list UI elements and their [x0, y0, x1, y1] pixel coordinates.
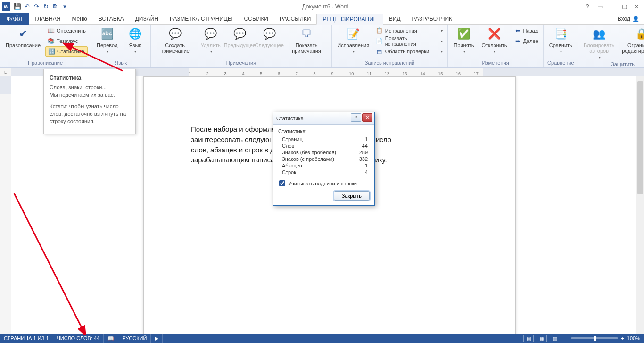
- group-caption: Запись исправлений: [335, 60, 445, 67]
- status-bar: СТРАНИЦА 1 ИЗ 1 ЧИСЛО СЛОВ: 44 📖 РУССКИЙ…: [0, 334, 644, 343]
- translate-button[interactable]: 🔤Перевод▾: [94, 25, 120, 56]
- book-icon: 📖: [47, 27, 55, 34]
- list-icon: 📋: [376, 27, 383, 34]
- tab-file[interactable]: ФАЙЛ: [0, 13, 29, 25]
- zoom-slider[interactable]: [571, 337, 618, 339]
- scrollbar-thumb[interactable]: [637, 81, 643, 194]
- comment-add-icon: 💬: [167, 26, 182, 42]
- group-caption: Язык: [94, 60, 148, 67]
- new-doc-icon[interactable]: 🗎: [51, 2, 59, 11]
- redo-icon[interactable]: ↷: [32, 2, 41, 11]
- group-comments: 💬Создать примечание 💬Удалить▾ 💬Предыдуще…: [151, 25, 331, 67]
- status-proofing[interactable]: 📖: [104, 334, 118, 343]
- minimize-button[interactable]: —: [606, 2, 618, 11]
- reject-button[interactable]: ❌Отклонить▾: [479, 25, 510, 56]
- group-changes: ✅Принять▾ ❌Отклонить▾ ⬅Назад ➡Далее Изме…: [448, 25, 543, 67]
- tab-view[interactable]: ВИД: [383, 13, 406, 24]
- undo-icon[interactable]: ↶: [23, 2, 31, 11]
- spelling-button[interactable]: ✔ Правописание: [3, 25, 43, 49]
- arrow-left-icon: ⬅: [514, 27, 521, 34]
- prev-change-button[interactable]: ⬅Назад: [512, 25, 540, 36]
- stat-row: Абзацев1: [278, 162, 370, 169]
- maximize-button[interactable]: ▢: [619, 2, 630, 11]
- zoom-in-button[interactable]: +: [621, 335, 624, 341]
- view-print-button[interactable]: ▦: [537, 335, 547, 342]
- display-mode-dropdown[interactable]: 📋Исправления▾: [374, 25, 445, 36]
- group-caption: Правописание: [3, 60, 88, 67]
- translate-icon: 🔤: [99, 26, 115, 42]
- status-page[interactable]: СТРАНИЦА 1 ИЗ 1: [0, 334, 53, 343]
- vertical-ruler[interactable]: [0, 76, 11, 334]
- title-bar: W 💾 ↶ ↷ ↻ 🗎 ▾ Документ6 - Word ? ▭ — ▢ ✕: [0, 0, 644, 13]
- checkbox-input[interactable]: [279, 180, 285, 186]
- ruler-corner: L: [0, 68, 11, 76]
- restrict-editing-button[interactable]: 🔒Ограничить редактирование: [619, 25, 644, 55]
- word-count-dialog: Статистика ? ✕ Статистика: Страниц1Слов4…: [273, 112, 375, 206]
- tab-references[interactable]: ССЫЛКИ: [239, 13, 274, 24]
- next-change-button[interactable]: ➡Далее: [512, 36, 540, 46]
- word-count-button[interactable]: 🔢Статистика: [45, 46, 88, 57]
- group-caption: Изменения: [451, 60, 540, 67]
- delete-comment-button[interactable]: 💬Удалить▾: [198, 25, 223, 56]
- check-icon: ✔: [16, 26, 31, 42]
- show-comments-button[interactable]: 🗨Показать примечания: [285, 25, 329, 55]
- close-button[interactable]: ✕: [631, 2, 642, 11]
- status-macro[interactable]: ▶: [151, 334, 163, 343]
- zoom-knob[interactable]: [594, 336, 596, 341]
- dialog-close-button[interactable]: ✕: [362, 113, 372, 122]
- zoom-level[interactable]: 100%: [627, 335, 640, 341]
- zoom-out-button[interactable]: —: [563, 335, 568, 341]
- group-protect: 👥Блокировать авторов▾ 🔒Ограничить редакт…: [578, 25, 644, 67]
- qat-dropdown-icon[interactable]: ▾: [60, 2, 69, 11]
- pane-icon: ▤: [376, 48, 383, 55]
- block-authors-button[interactable]: 👥Блокировать авторов▾: [581, 25, 617, 61]
- dialog-close-btn[interactable]: Закрыть: [334, 191, 370, 201]
- stat-row: Страниц1: [278, 136, 370, 142]
- reviewing-pane-dropdown[interactable]: ▤Область проверки▾: [374, 46, 445, 57]
- prev-comment-button[interactable]: 💬Предыдущее: [225, 25, 254, 49]
- status-word-count[interactable]: ЧИСЛО СЛОВ: 44: [53, 334, 104, 343]
- compare-icon: 📑: [553, 26, 568, 42]
- include-textboxes-checkbox[interactable]: Учитывать надписи и сноски: [279, 180, 370, 186]
- sign-in[interactable]: Вход 👤: [613, 13, 644, 24]
- dialog-help-button[interactable]: ?: [351, 113, 361, 122]
- stats-icon: 🔢: [48, 48, 55, 55]
- tab-developer[interactable]: РАЗРАБОТЧИК: [406, 13, 458, 24]
- tab-home[interactable]: ГЛАВНАЯ: [29, 13, 66, 24]
- define-button[interactable]: 📖Определить: [45, 25, 88, 36]
- thesaurus-icon: 📚: [47, 37, 55, 45]
- globe-icon: 🌐: [127, 26, 142, 42]
- language-button[interactable]: 🌐Язык▾: [122, 25, 148, 56]
- compare-button[interactable]: 📑Сравнить▾: [546, 25, 575, 56]
- dialog-titlebar[interactable]: Статистика ? ✕: [273, 112, 374, 125]
- thesaurus-button[interactable]: 📚Тезаурус: [45, 36, 88, 46]
- arrow-right-icon: ➡: [514, 37, 521, 45]
- group-compare: 📑Сравнить▾ Сравнение: [544, 25, 578, 67]
- accept-button[interactable]: ✅Принять▾: [451, 25, 477, 56]
- users-icon: 👥: [592, 26, 607, 42]
- save-icon[interactable]: 💾: [13, 2, 22, 11]
- view-web-button[interactable]: ▩: [550, 335, 560, 342]
- tab-insert[interactable]: ВСТАВКА: [93, 13, 130, 24]
- help-button[interactable]: ?: [582, 2, 593, 11]
- tab-menu[interactable]: Меню: [66, 13, 92, 24]
- track-changes-button[interactable]: 📝Исправления▾: [335, 25, 372, 56]
- tab-mailings[interactable]: РАССЫЛКИ: [274, 13, 316, 24]
- tab-design[interactable]: ДИЗАЙН: [130, 13, 164, 24]
- stat-row: Знаков (без пробелов)289: [278, 149, 370, 156]
- view-read-button[interactable]: ▤: [523, 335, 534, 342]
- new-comment-button[interactable]: 💬Создать примечание: [154, 25, 196, 55]
- show-markup-dropdown[interactable]: 📄Показать исправления▾: [374, 36, 445, 46]
- vertical-scrollbar[interactable]: [636, 76, 644, 334]
- stat-row: Строк4: [278, 169, 370, 176]
- tab-review[interactable]: РЕЦЕНЗИРОВАНИЕ: [316, 14, 383, 25]
- status-language[interactable]: РУССКИЙ: [118, 334, 151, 343]
- next-comment-button[interactable]: 💬Следующее: [256, 25, 283, 49]
- statistics-tooltip: Статистика Слова, знаки, строки...Мы под…: [43, 69, 136, 134]
- window-controls: ? ▭ — ▢ ✕: [582, 2, 642, 11]
- reject-icon: ❌: [487, 26, 502, 42]
- ribbon-options-button[interactable]: ▭: [594, 2, 605, 11]
- tab-layout[interactable]: РАЗМЕТКА СТРАНИЦЫ: [164, 13, 239, 24]
- repeat-icon[interactable]: ↻: [41, 2, 50, 11]
- group-proofing: ✔ Правописание 📖Определить 📚Тезаурус 🔢Ст…: [0, 25, 91, 67]
